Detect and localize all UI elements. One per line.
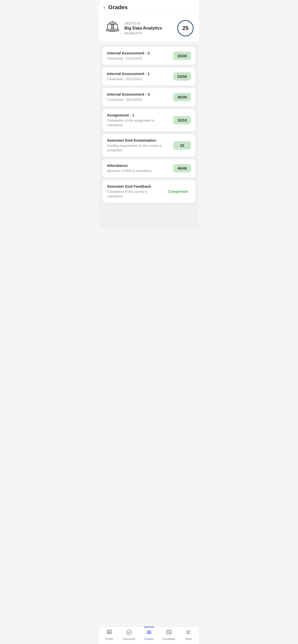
grades-icon (146, 629, 152, 636)
svg-marker-3 (109, 22, 111, 24)
assessment-info: Semester End FeedbackCompletion of this … (107, 184, 164, 199)
assessment-card: Internal Assessment - 2Conducted : 01/12… (102, 47, 196, 65)
svg-point-9 (127, 630, 131, 635)
assessment-card: Internal Assessment - 3Conducted : 26/12… (102, 88, 196, 106)
nav-label-feedback: Feedback (163, 637, 175, 640)
svg-marker-2 (112, 21, 113, 23)
nav-item-payments[interactable]: Payments (119, 627, 139, 644)
more-icon (186, 629, 192, 636)
assessment-info: Internal Assessment - 1Conducted : 02/11… (107, 71, 173, 81)
course-info: 18CS72-IS Big Data Analytics Vinutha H P (124, 21, 174, 35)
assessment-subtitle: Conducted : 26/12/2022 (107, 97, 170, 102)
assessments-list: Internal Assessment - 2Conducted : 01/12… (99, 44, 199, 228)
assessment-title: Semester End Examination (107, 138, 170, 142)
assessment-title: Assignment - 1 (107, 113, 170, 117)
score-badge: 23/30 (173, 72, 191, 81)
assessment-card: Internal Assessment - 1Conducted : 02/11… (102, 67, 196, 85)
nav-label-grades: Grades (144, 637, 154, 640)
nav-label-payments: Payments (123, 637, 136, 640)
assessment-card: Semester End ExaminationGrading requirem… (102, 134, 196, 157)
assessment-info: Internal Assessment - 3Conducted : 26/12… (107, 92, 173, 102)
profile-icon (106, 629, 112, 636)
assessment-subtitle: Grading requirement for the course is co… (107, 143, 170, 153)
nav-item-profile[interactable]: Profile (99, 627, 119, 644)
svg-marker-4 (114, 22, 116, 24)
assessment-title: Internal Assessment - 2 (107, 51, 170, 55)
assessment-title: Internal Assessment - 3 (107, 92, 170, 96)
score-badge: Completed (164, 187, 191, 196)
score-badge: 32 (173, 141, 191, 150)
assessment-card: Semester End FeedbackCompletion of this … (102, 180, 196, 203)
assessment-card: AttendanceMinimum of 85% is mandatory49/… (102, 159, 196, 177)
score-badge: 49/49 (173, 164, 191, 172)
assessment-subtitle: Completion of this survey is mandatory (107, 189, 161, 199)
assessment-info: AttendanceMinimum of 85% is mandatory (107, 163, 173, 173)
svg-rect-13 (167, 630, 171, 634)
course-card: 18CS72-IS Big Data Analytics Vinutha H P… (99, 15, 199, 42)
assessment-title: Semester End Feedback (107, 184, 161, 188)
assessment-subtitle: Minimum of 85% is mandatory (107, 169, 170, 173)
assessment-info: Semester End ExaminationGrading requirem… (107, 138, 173, 153)
feedback-icon (166, 629, 172, 636)
score-badge: 23/30 (173, 52, 191, 60)
page-title: Grades (108, 4, 128, 11)
overall-grade-value: 25 (182, 25, 188, 32)
nav-item-feedback[interactable]: Feedback (159, 627, 179, 644)
course-instructor: Vinutha H P (124, 31, 174, 35)
bottom-navigation: Profile Payments Grades (99, 626, 199, 644)
score-badge: 10/10 (173, 116, 191, 124)
course-code: 18CS72-IS (124, 21, 174, 25)
nav-item-more[interactable]: More (179, 627, 199, 644)
payments-icon (126, 629, 132, 636)
nav-label-more: More (185, 637, 192, 640)
assessment-subtitle: Conducted : 02/11/2022 (107, 77, 170, 81)
assessment-subtitle: Conducted : 01/12/2022 (107, 56, 170, 61)
assessment-subtitle: Completion of this assignment is mandato… (107, 118, 170, 127)
back-button[interactable]: ‹ (103, 5, 105, 10)
assessment-info: Internal Assessment - 2Conducted : 01/12… (107, 51, 173, 61)
assessment-info: Assignment - 1Completion of this assignm… (107, 113, 173, 127)
header: ‹ Grades (99, 0, 199, 15)
overall-grade-circle: 25 (177, 20, 194, 36)
course-icon (104, 20, 121, 36)
assessment-title: Internal Assessment - 1 (107, 71, 170, 76)
svg-point-8 (109, 631, 110, 632)
score-badge: 28/30 (173, 93, 191, 101)
course-name: Big Data Analytics (124, 26, 174, 31)
assessment-card: Assignment - 1Completion of this assignm… (102, 109, 196, 131)
nav-item-grades[interactable]: Grades (139, 627, 159, 644)
nav-label-profile: Profile (105, 637, 113, 640)
assessment-title: Attendance (107, 163, 170, 168)
svg-rect-0 (106, 29, 119, 31)
